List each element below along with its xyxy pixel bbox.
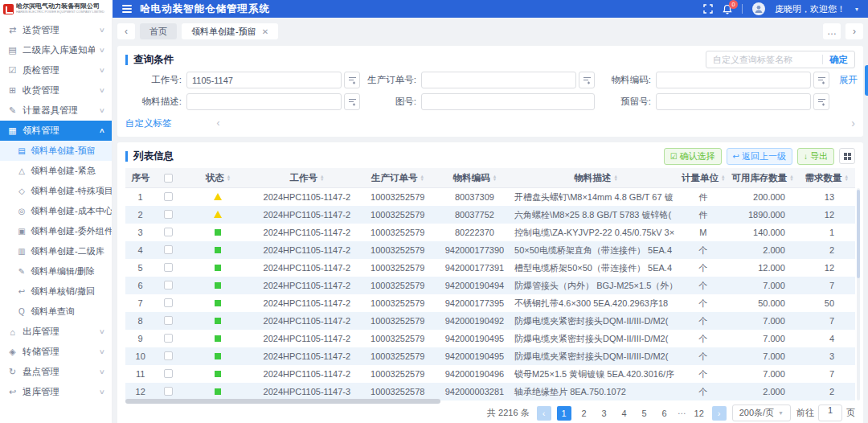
sidebar-subitem[interactable]: Q领料单查询 (0, 302, 112, 322)
row-checkbox[interactable] (164, 192, 173, 201)
sidebar-item[interactable]: ✎计量器具管理∨ (0, 101, 112, 121)
select-all-checkbox[interactable] (164, 174, 173, 183)
drawing-no-input[interactable] (421, 93, 595, 110)
tags-scroll-right-icon[interactable]: › (851, 117, 855, 129)
tab[interactable]: 首页 (140, 23, 177, 39)
page-number[interactable]: 12 (692, 406, 706, 421)
table-row[interactable]: 62024HPC1105-1147-2100032525799420001904… (125, 277, 855, 294)
expand-button[interactable]: 展开 (839, 74, 858, 86)
page-number[interactable]: 5 (637, 406, 652, 421)
production-order-no-input[interactable] (421, 72, 576, 88)
column-header[interactable]: 计量单位▲▼ (680, 172, 727, 184)
row-checkbox[interactable] (164, 281, 173, 290)
filter-icon[interactable] (344, 93, 360, 110)
avatar[interactable] (752, 2, 765, 15)
material-desc-input[interactable] (186, 93, 342, 110)
column-header[interactable]: 状态▲▼ (181, 172, 256, 184)
pages-ellipsis-icon[interactable]: … (678, 406, 686, 421)
page-number[interactable]: 6 (657, 406, 672, 421)
table-row[interactable]: 102024HPC1105-1147-210003252579942000190… (125, 347, 855, 365)
fullscreen-icon[interactable] (703, 4, 713, 14)
search-button[interactable]: 查询 (865, 65, 868, 96)
column-header[interactable]: 可用库存数量▲▼ (727, 172, 798, 184)
close-icon[interactable]: ✕ (262, 27, 268, 36)
row-checkbox[interactable] (164, 369, 173, 378)
filter-icon[interactable] (344, 72, 360, 88)
sidebar-item[interactable]: ⊞收货管理∨ (0, 80, 112, 101)
page-number[interactable]: 1 (557, 406, 571, 421)
sidebar-subitem[interactable]: ▤领料单创建-预留 (0, 141, 112, 161)
table-row[interactable]: 22024HPC1105-1147-21000325257980037752六角… (125, 206, 855, 224)
select-all-header[interactable] (155, 174, 180, 183)
row-checkbox[interactable] (164, 387, 173, 396)
sidebar-item[interactable]: ◈转储管理∨ (0, 342, 112, 362)
sidebar-subitem[interactable]: ✎领料单编辑/删除 (0, 261, 112, 281)
sidebar-item[interactable]: ⌂出库管理∨ (0, 322, 112, 342)
chevron-down-icon[interactable]: ▾ (855, 6, 858, 13)
row-checkbox[interactable] (164, 210, 173, 219)
table-row[interactable]: 32024HPC1105-1147-21000325257980222370控制… (125, 224, 855, 241)
row-checkbox[interactable] (164, 245, 173, 254)
user-greeting[interactable]: 庞晓明，欢迎您！ (775, 3, 845, 15)
next-page-icon[interactable]: › (712, 406, 727, 421)
table-row[interactable]: 72024HPC1105-1147-2100032525799420001773… (125, 294, 855, 312)
column-header[interactable]: 物料描述▲▼ (513, 172, 680, 184)
sidebar-subitem[interactable]: ◇领料单创建-特殊项目 (0, 181, 112, 201)
column-header[interactable]: 生产订单号▲▼ (358, 172, 437, 184)
page-number[interactable]: 3 (597, 406, 612, 421)
tabs-more-icon[interactable]: … (823, 23, 841, 39)
sidebar-item[interactable]: ▦领料管理∧ (0, 121, 112, 141)
row-checkbox[interactable] (164, 351, 173, 360)
row-checkbox[interactable] (164, 298, 173, 307)
custom-tag-link[interactable]: 自定义标签 (125, 117, 172, 129)
menu-collapse-icon[interactable] (122, 5, 132, 13)
column-header[interactable]: 工作号▲▼ (256, 172, 358, 184)
work-no-input[interactable]: 1105-1147 (186, 72, 342, 88)
table-row[interactable]: 82024HPC1105-1147-2100032525799420001904… (125, 312, 855, 330)
notification-bell-icon[interactable]: 0 (723, 4, 732, 14)
table-row[interactable]: 52024HPC1105-1147-2100032525799420001773… (125, 259, 855, 277)
goto-page-input[interactable]: 1 (818, 405, 842, 421)
reservation-no-input[interactable] (656, 93, 811, 110)
custom-tag-name-input[interactable]: 自定义查询标签名称 (713, 54, 816, 66)
filter-icon[interactable] (813, 72, 829, 88)
sidebar-subitem[interactable]: △领料单创建-紧急 (0, 161, 112, 181)
tabs-scroll-left-icon[interactable]: ‹ (117, 23, 135, 39)
column-header[interactable]: 需求数量▲▼ (798, 172, 855, 184)
page-number[interactable]: 4 (617, 406, 632, 421)
back-level-button[interactable]: ↩ 返回上一级 (727, 148, 792, 165)
sidebar-subitem[interactable]: ▣领料单创建-委外组件 (0, 221, 112, 241)
sidebar-subitem[interactable]: ◎领料单创建-成本中心 (0, 201, 112, 221)
tab[interactable]: 领料单创建-预留✕ (182, 23, 278, 39)
table-row[interactable]: 42024HPC1105-1147-2100032525799420001773… (125, 241, 855, 259)
table-row[interactable]: 112024HPC1105-1147-210003252579942000190… (125, 365, 855, 383)
table-row[interactable]: 12024HPC1105-1147-21000325257980037309开槽… (125, 188, 855, 206)
sidebar-subitem[interactable]: ▥领料单创建-二级库 (0, 241, 112, 261)
sidebar-item[interactable]: ↻盘点管理∨ (0, 362, 112, 382)
filter-icon[interactable] (579, 72, 595, 88)
tabs-scroll-right-icon[interactable]: › (845, 23, 863, 39)
row-checkbox[interactable] (164, 263, 173, 272)
row-checkbox[interactable] (164, 228, 173, 236)
confirm-select-button[interactable]: ☑ 确认选择 (664, 148, 722, 165)
sidebar-item[interactable]: ▤二级库入库通知单∨ (0, 40, 112, 60)
column-header[interactable]: 物料编码▲▼ (437, 172, 512, 184)
page-size-select[interactable]: 200条/页 ▼ (732, 405, 791, 421)
table-row[interactable]: 92024HPC1105-1147-2100032525799420001904… (125, 330, 855, 347)
vertical-scrollbar[interactable] (857, 190, 860, 278)
tags-scroll-left-icon[interactable]: ‹ (217, 117, 220, 129)
horizontal-scrollbar[interactable] (125, 399, 440, 404)
prev-page-icon[interactable]: ‹ (537, 406, 551, 421)
column-settings-icon[interactable] (839, 148, 855, 164)
row-checkbox[interactable] (164, 334, 173, 343)
sidebar-item[interactable]: ☑质检管理∨ (0, 60, 112, 80)
page-number[interactable]: 2 (577, 406, 592, 421)
export-button[interactable]: ↓ 导出 (797, 148, 834, 165)
table-row[interactable]: 122024HPC1105-1147-310003252578942000003… (125, 383, 855, 400)
sidebar-subitem[interactable]: ↩领料单核销/撤回 (0, 281, 112, 302)
material-code-input[interactable] (656, 72, 811, 88)
sidebar-item[interactable]: ↩退库管理∨ (0, 382, 112, 402)
row-checkbox[interactable] (164, 316, 173, 325)
sidebar-item[interactable]: ⇄送货管理∨ (0, 20, 112, 40)
filter-icon[interactable] (813, 93, 829, 110)
